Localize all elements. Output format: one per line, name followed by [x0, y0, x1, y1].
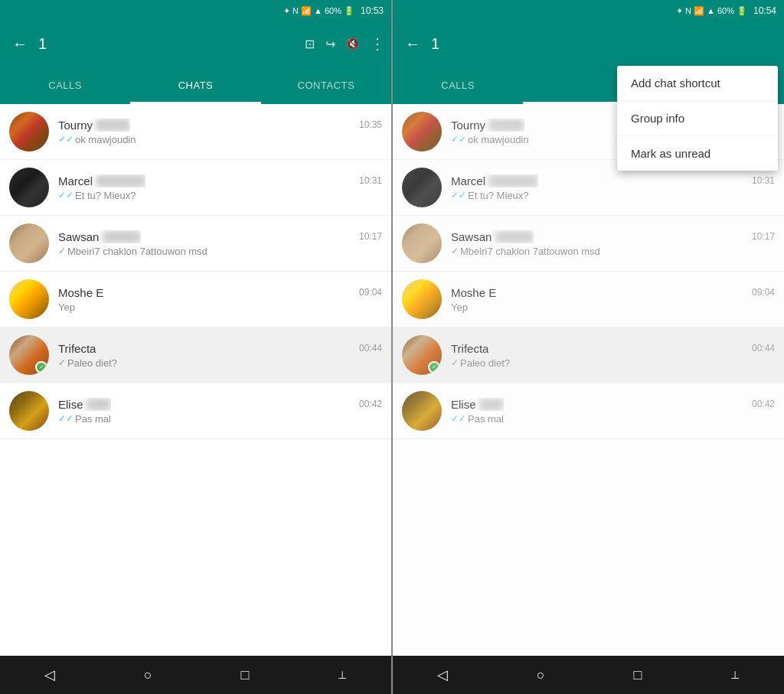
menu-item-add-shortcut[interactable]: Add chat shortcut: [617, 66, 778, 101]
back-button-right[interactable]: ←: [399, 32, 426, 56]
more-icon[interactable]: ⋮: [370, 34, 385, 53]
download-nav-right[interactable]: ⊥: [718, 663, 752, 687]
status-bar-left: ✦ N 📶 ▲ 60% 🔋 10:53: [0, 0, 391, 21]
chat-time-4-right: 09:04: [752, 287, 775, 298]
chat-name-6-right: Elise Mhei: [451, 398, 504, 411]
avatar-3-right: [402, 223, 442, 263]
toolbar-actions-left: ⊡ ↪ 🔇 ⋮: [305, 34, 385, 53]
toolbar-left: ← 1 ⊡ ↪ 🔇 ⋮: [0, 21, 391, 66]
chat-item-1-left[interactable]: Tourny Loulou 10:35 ✓✓ ok mawjoudin: [0, 104, 391, 160]
chat-item-6-left[interactable]: Elise Mhei 00:42 ✓✓ Pas mal: [0, 383, 391, 439]
check-icon-6-right: ✓✓: [451, 413, 466, 424]
check-icon-2-right: ✓✓: [451, 190, 466, 200]
chat-content-5-right: Trifecta 00:44 ✓ Paleo diet?: [451, 342, 775, 369]
check-icon-1-right: ✓✓: [451, 134, 466, 145]
chat-name-row-2-left: Marcel Abi Hayef 10:31: [58, 174, 382, 187]
bluetooth-icon-r: ✦: [676, 6, 683, 16]
selection-counter-right: 1: [431, 35, 773, 53]
chat-content-4-left: Moshe E 09:04 Yep: [58, 286, 382, 313]
check-icon-3-left: ✓: [58, 246, 66, 256]
status-icons-right: ✦ N 📶 ▲ 60% 🔋: [676, 6, 747, 16]
tab-chats-left[interactable]: CHATS: [130, 66, 260, 104]
chat-time-2-right: 10:31: [752, 175, 775, 186]
tab-calls-left[interactable]: CALLS: [0, 66, 130, 104]
avatar-4-left: [9, 279, 49, 319]
chat-item-4-right[interactable]: Moshe E 09:04 Yep: [393, 272, 784, 327]
tab-bar-left: CALLS CHATS CONTACTS: [0, 66, 391, 104]
selected-badge-left: [35, 361, 47, 373]
chat-content-5-left: Trifecta 00:44 ✓ Paleo diet?: [58, 342, 382, 369]
chat-name-2-left: Marcel Abi Hayef: [58, 174, 145, 187]
chat-time-6-left: 00:42: [359, 399, 382, 409]
chat-time-2-left: 10:31: [359, 175, 382, 186]
battery-icon: 🔋: [344, 6, 354, 16]
chat-preview-3-right: ✓ Mbeiri7 chaklon 7attouwon msd: [451, 246, 775, 257]
download-nav-left[interactable]: ⊥: [325, 663, 359, 687]
chat-time-4-left: 09:04: [359, 287, 382, 298]
chat-name-6-left: Elise Mhei: [58, 398, 111, 411]
recents-nav-right[interactable]: □: [621, 661, 654, 689]
chat-list-right: Tourny Lourou 10:35 ✓✓ ok mawjoudin Marc…: [393, 104, 784, 656]
chat-content-6-right: Elise Mhei 00:42 ✓✓ Pas mal: [451, 398, 775, 425]
chat-item-4-left[interactable]: Moshe E 09:04 Yep: [0, 272, 391, 327]
tab-calls-right[interactable]: CALLS: [393, 66, 523, 104]
menu-item-mark-unread[interactable]: Mark as unread: [617, 136, 778, 171]
selection-counter-left: 1: [38, 35, 300, 53]
context-menu: Add chat shortcut Group info Mark as unr…: [617, 66, 778, 171]
chat-item-5-right[interactable]: Trifecta 00:44 ✓ Paleo diet?: [393, 327, 784, 383]
check-icon-2-left: ✓✓: [58, 190, 74, 200]
menu-item-group-info[interactable]: Group info: [617, 101, 778, 136]
chat-content-6-left: Elise Mhei 00:42 ✓✓ Pas mal: [58, 398, 382, 425]
chat-item-2-left[interactable]: Marcel Abi Hayef 10:31 ✓✓ Et tu? Mieux?: [0, 160, 391, 216]
chat-name-5-left: Trifecta: [58, 342, 96, 355]
wifi-icon: ▲: [314, 6, 322, 15]
chat-list-left: Tourny Loulou 10:35 ✓✓ ok mawjoudin Marc…: [0, 104, 391, 656]
chat-name-row-1-left: Tourny Loulou 10:35: [58, 119, 382, 132]
check-icon-3-right: ✓: [451, 246, 459, 256]
chat-item-5-left[interactable]: Trifecta 00:44 ✓ Paleo diet?: [0, 327, 391, 383]
status-bar-right: ✦ N 📶 ▲ 60% 🔋 10:54: [393, 0, 784, 21]
chat-name-row-2-right: Marcel Abi Hayef 10:31: [451, 174, 775, 187]
chat-name-row-5-left: Trifecta 00:44: [58, 342, 382, 355]
back-nav-right[interactable]: ◁: [425, 660, 460, 689]
chat-item-6-right[interactable]: Elise Mhei 00:42 ✓✓ Pas mal: [393, 383, 784, 439]
chat-name-3-right: Sawsan Fattouh: [451, 230, 534, 243]
battery-text-r: 60%: [717, 6, 734, 15]
chat-preview-4-right: Yep: [451, 301, 775, 313]
chat-name-4-left: Moshe E: [58, 286, 103, 299]
chat-preview-6-left: ✓✓ Pas mal: [58, 413, 382, 425]
signal-icon: 📶: [301, 6, 312, 16]
forward-icon[interactable]: ↪: [325, 37, 335, 51]
home-nav-right[interactable]: ○: [524, 661, 557, 689]
avatar-5-left: [9, 335, 49, 375]
avatar-1-right: [402, 112, 442, 152]
chat-time-3-right: 10:17: [752, 231, 775, 242]
selected-badge-right: [428, 361, 440, 373]
chat-content-3-left: Sawsan Fattouh 10:17 ✓ Mbeiri7 chaklon 7…: [58, 230, 382, 257]
recents-nav-left[interactable]: □: [228, 661, 261, 689]
chat-item-3-left[interactable]: Sawsan Fattouh 10:17 ✓ Mbeiri7 chaklon 7…: [0, 216, 391, 272]
back-button-left[interactable]: ←: [6, 32, 34, 56]
check-icon-5-left: ✓: [58, 357, 66, 368]
chat-name-row-4-right: Moshe E 09:04: [451, 286, 775, 299]
archive-icon[interactable]: ⊡: [305, 37, 315, 51]
avatar-6-left: [9, 391, 49, 431]
avatar-5-right: [402, 335, 442, 375]
tab-contacts-left[interactable]: CONTACTS: [261, 66, 391, 104]
battery-icon-r: 🔋: [737, 6, 747, 16]
avatar-2-left: [9, 168, 49, 207]
bluetooth-icon: ✦: [283, 6, 290, 16]
chat-preview-2-right: ✓✓ Et tu? Mieux?: [451, 190, 775, 201]
chat-item-3-right[interactable]: Sawsan Fattouh 10:17 ✓ Mbeiri7 chaklon 7…: [393, 216, 784, 272]
chat-name-5-right: Trifecta: [451, 342, 488, 355]
check-icon-6-left: ✓✓: [58, 413, 74, 424]
mute-icon[interactable]: 🔇: [346, 37, 359, 50]
chat-time-6-right: 00:42: [752, 399, 775, 409]
home-nav-left[interactable]: ○: [132, 661, 165, 689]
chat-preview-1-left: ✓✓ ok mawjoudin: [58, 134, 382, 145]
status-time-right: 10:54: [753, 5, 776, 16]
back-nav-left[interactable]: ◁: [32, 660, 67, 689]
avatar-6-right: [402, 391, 442, 431]
status-icons-left: ✦ N 📶 ▲ 60% 🔋: [283, 6, 354, 16]
screen-left: ✦ N 📶 ▲ 60% 🔋 10:53 ← 1 ⊡ ↪ 🔇 ⋮ CALLS CH…: [0, 0, 391, 694]
